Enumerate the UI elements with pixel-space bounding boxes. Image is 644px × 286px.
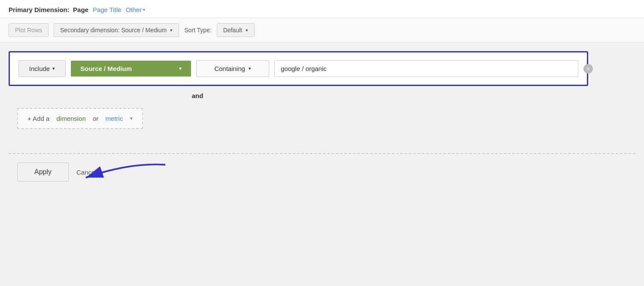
add-dimension-chevron-icon: ▾ (130, 116, 133, 121)
main-content: Include ▾ Source / Medium ▾ Containing ▾… (0, 43, 644, 190)
source-medium-button[interactable]: Source / Medium ▾ (71, 61, 191, 77)
add-dimension-prefix: + Add a (27, 115, 49, 122)
source-medium-label: Source / Medium (80, 65, 132, 72)
secondary-dimension-chevron-icon: ▾ (170, 28, 173, 33)
apply-button[interactable]: Apply (17, 163, 69, 181)
containing-label: Containing (214, 65, 245, 72)
filter-value-input[interactable] (274, 60, 578, 77)
sort-type-chevron-icon: ▾ (246, 28, 248, 33)
blue-arrow-icon (73, 158, 167, 184)
containing-button[interactable]: Containing ▾ (196, 60, 269, 77)
secondary-dimension-label: Secondary dimension: Source / Medium (60, 27, 167, 34)
include-label: Include (29, 65, 50, 72)
secondary-dimension-button[interactable]: Secondary dimension: Source / Medium ▾ (54, 23, 179, 37)
sort-default-label: Default (223, 27, 242, 34)
and-label: and (94, 92, 301, 99)
add-dimension-middle: or (93, 115, 98, 122)
add-dimension-button[interactable]: + Add a dimension or metric ▾ (17, 108, 143, 129)
plot-rows-button[interactable]: Plot Rows (9, 23, 49, 37)
include-button[interactable]: Include ▾ (18, 60, 66, 77)
metric-word: metric (106, 115, 123, 122)
toolbar-row: Plot Rows Secondary dimension: Source / … (0, 18, 644, 43)
sort-type-button[interactable]: Default ▾ (217, 23, 255, 37)
sort-type-label: Sort Type: (184, 27, 212, 34)
dimension-word: dimension (56, 115, 85, 122)
page-label: Page (73, 6, 88, 13)
close-filter-button[interactable]: × (583, 64, 593, 74)
containing-chevron-icon: ▾ (249, 66, 251, 71)
other-chevron-icon: ▾ (143, 7, 145, 12)
other-label: Other (126, 6, 142, 13)
filter-box: Include ▾ Source / Medium ▾ Containing ▾… (9, 51, 588, 86)
primary-dimension-label: Primary Dimension: Page (9, 6, 88, 13)
page-title-link[interactable]: Page Title (93, 6, 122, 13)
include-chevron-icon: ▾ (52, 66, 55, 71)
close-icon: × (586, 65, 590, 72)
other-link[interactable]: Other ▾ (126, 6, 146, 13)
top-bar: Primary Dimension: Page Page Title Other… (0, 0, 644, 18)
and-section: and (9, 86, 309, 105)
source-medium-chevron-icon: ▾ (179, 66, 182, 71)
arrow-container: Apply (17, 163, 69, 181)
section-divider (9, 153, 635, 154)
bottom-actions: Apply Cancel (9, 163, 635, 181)
